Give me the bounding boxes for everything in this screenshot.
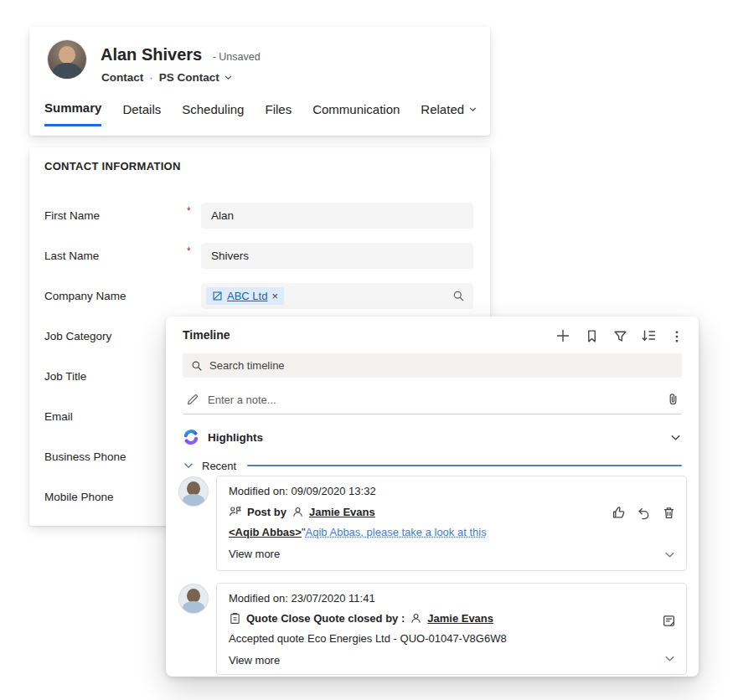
timeline-avatar xyxy=(179,477,208,506)
filter-icon[interactable] xyxy=(612,327,628,344)
required-asterisk: * xyxy=(187,245,191,257)
lookup-value-link[interactable]: ABC Ltd xyxy=(227,290,267,302)
page-title: Alan Shivers xyxy=(101,45,202,64)
recent-group-header: Recent xyxy=(183,457,682,474)
timeline-search-bar xyxy=(183,353,682,378)
entry-type-label: Post by xyxy=(247,506,286,518)
more-options-icon[interactable]: ⋮ xyxy=(668,327,685,344)
field-label: Job Category xyxy=(44,323,111,349)
field-label: Business Phone xyxy=(44,444,126,470)
timeline-toolbar: ⋮ xyxy=(555,327,685,344)
chevron-down-icon[interactable] xyxy=(663,548,676,561)
search-icon[interactable] xyxy=(452,290,465,302)
paperclip-icon[interactable] xyxy=(667,393,679,406)
reply-icon[interactable] xyxy=(637,506,651,520)
contact-header-card: Alan Shivers - Unsaved Contact · PS Cont… xyxy=(29,27,490,136)
entry-kind-row: Quote Close Quote closed by : Jamie Evan… xyxy=(229,612,674,625)
modified-on-text: Modified on: 09/09/2020 13:32 xyxy=(229,485,674,497)
author-link[interactable]: Jamie Evans xyxy=(309,506,375,518)
lookup-pill: ABC Ltd × xyxy=(206,287,284,305)
highlights-section-header[interactable]: Highlights xyxy=(183,424,682,450)
timeline-entry-quote-close: Modified on: 23/07/2020 11:41 Quote Clos… xyxy=(216,583,687,675)
timeline-avatar xyxy=(179,584,208,613)
section-title: CONTACT INFORMATION xyxy=(44,160,181,172)
person-icon xyxy=(410,612,422,625)
timeline-panel: Timeline ⋮ xyxy=(166,317,699,677)
note-input[interactable] xyxy=(208,394,658,406)
recent-divider xyxy=(247,465,682,466)
recent-label: Recent xyxy=(202,460,236,472)
record-meta: Contact · PS Contact xyxy=(101,71,233,84)
tab-files[interactable]: Files xyxy=(265,100,292,126)
tab-scheduling[interactable]: Scheduling xyxy=(182,100,244,126)
field-label: Mobile Phone xyxy=(44,484,114,510)
quote-close-icon xyxy=(229,612,241,625)
post-message-link[interactable]: Aqib Abbas, please take a look at this xyxy=(306,526,487,538)
timeline-title: Timeline xyxy=(183,328,230,342)
note-entry-row xyxy=(183,385,682,414)
open-form-icon[interactable] xyxy=(662,614,676,628)
entry-body: Accepted quote Eco Energies Ltd - QUO-01… xyxy=(229,632,674,645)
field-label: Company Name xyxy=(44,283,126,309)
post-icon xyxy=(229,505,242,518)
field-label: Email xyxy=(44,404,73,430)
delete-icon[interactable] xyxy=(662,506,676,520)
entity-type-label: Contact xyxy=(101,71,143,84)
field-row-last-name: Last Name * xyxy=(29,243,490,269)
modified-on-text: Modified on: 23/07/2020 11:41 xyxy=(229,592,674,605)
required-asterisk: * xyxy=(187,205,191,217)
like-icon[interactable] xyxy=(611,505,626,520)
bookmark-icon[interactable] xyxy=(583,327,600,344)
entry-type-label: Quote Close Quote closed by : xyxy=(246,612,405,625)
add-record-icon[interactable] xyxy=(555,327,571,344)
mention-link[interactable]: <Aqib Abbas> xyxy=(229,526,302,538)
person-icon xyxy=(292,506,304,518)
chevron-down-icon[interactable] xyxy=(663,652,676,665)
view-more-toggle[interactable]: View more xyxy=(229,548,674,560)
view-more-toggle[interactable]: View more xyxy=(229,654,674,667)
contact-avatar xyxy=(48,40,86,79)
entry-actions xyxy=(611,505,676,520)
chevron-down-icon[interactable] xyxy=(183,460,194,471)
field-label: Last Name xyxy=(44,243,99,269)
field-row-first-name: First Name * xyxy=(29,203,490,229)
tab-details[interactable]: Details xyxy=(122,100,161,126)
entry-kind-row: Post by Jamie Evans xyxy=(229,505,674,518)
last-name-field[interactable] xyxy=(201,243,473,269)
expand-records-icon[interactable] xyxy=(640,327,657,344)
account-entity-icon xyxy=(212,291,223,301)
close-icon[interactable]: × xyxy=(271,291,278,301)
pencil-icon xyxy=(186,393,199,406)
chevron-down-icon[interactable] xyxy=(669,431,682,444)
canvas: Alan Shivers - Unsaved Contact · PS Cont… xyxy=(0,0,733,700)
contact-name-row: Alan Shivers - Unsaved xyxy=(101,45,261,64)
separator-dot: · xyxy=(149,71,153,84)
form-selector-label: PS Contact xyxy=(159,71,219,84)
chevron-down-icon xyxy=(224,73,233,82)
company-lookup-field[interactable]: ABC Ltd × xyxy=(201,283,473,309)
first-name-field[interactable] xyxy=(201,203,473,229)
field-row-company: Company Name ABC Ltd × xyxy=(29,283,490,309)
field-label: Job Title xyxy=(44,363,86,389)
search-icon xyxy=(191,360,203,372)
timeline-entry-post: Modified on: 09/09/2020 13:32 Post by Ja… xyxy=(216,476,687,571)
highlights-label: Highlights xyxy=(208,431,263,444)
tab-summary[interactable]: Summary xyxy=(44,100,101,126)
copilot-icon xyxy=(183,429,199,445)
form-selector[interactable]: PS Contact xyxy=(159,71,233,84)
unsaved-status: - Unsaved xyxy=(213,51,261,63)
chevron-down-icon xyxy=(468,105,477,114)
form-tabs: Summary Details Scheduling Files Communi… xyxy=(44,100,477,126)
search-input[interactable] xyxy=(209,359,674,372)
field-label: First Name xyxy=(44,203,100,229)
tab-related[interactable]: Related xyxy=(421,100,477,126)
author-link[interactable]: Jamie Evans xyxy=(427,612,493,625)
tab-communication[interactable]: Communication xyxy=(312,100,400,126)
entry-body: <Aqib Abbas>"Aqib Abbas, please take a l… xyxy=(229,526,674,538)
